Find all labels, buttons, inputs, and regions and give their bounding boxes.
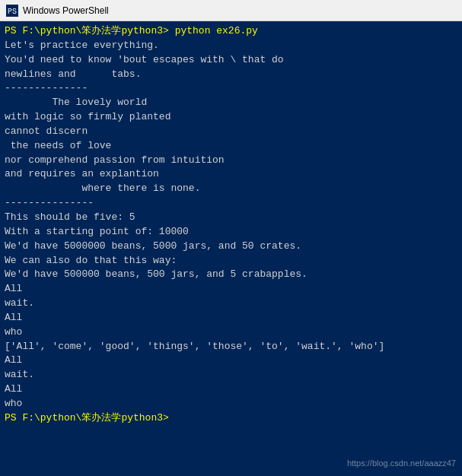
terminal-line: wait.	[5, 368, 457, 382]
terminal-line: ---------------	[5, 196, 457, 211]
terminal-line: All	[5, 282, 457, 297]
terminal-line: who	[5, 325, 457, 340]
terminal-line: nor comprehend passion from intuition	[5, 154, 457, 168]
terminal-line: The lovely world	[5, 96, 457, 110]
terminal[interactable]: PS F:\python\笨办法学python3> python ex26.py…	[0, 21, 462, 476]
terminal-line: --------------	[5, 81, 457, 96]
watermark: https://blog.csdn.net/aaazz47	[347, 458, 456, 470]
terminal-line: the needs of love	[5, 139, 457, 154]
terminal-line: Let's practice everything.	[5, 39, 457, 53]
terminal-line: We'd have 500000 beans, 500 jars, and 5 …	[5, 268, 457, 282]
terminal-line: cannot discern	[5, 125, 457, 139]
terminal-line: This should be five: 5	[5, 211, 457, 225]
terminal-line: All	[5, 354, 457, 368]
terminal-line: who	[5, 397, 457, 411]
terminal-line: PS F:\python\笨办法学python3>	[5, 411, 457, 426]
terminal-line: With a starting point of: 10000	[5, 225, 457, 240]
terminal-line: and requires an explantion	[5, 167, 457, 182]
terminal-line: All	[5, 382, 457, 397]
title-bar: PS Windows PowerShell	[0, 0, 462, 21]
terminal-line: You'd need to know 'bout escapes with \ …	[5, 53, 457, 68]
powershell-icon: PS	[6, 5, 18, 17]
terminal-line: We'd have 5000000 beans, 5000 jars, and …	[5, 240, 457, 254]
svg-text:PS: PS	[8, 8, 17, 16]
terminal-line: We can also do that this way:	[5, 254, 457, 268]
terminal-line: ['All', 'come', 'good', 'things', 'those…	[5, 340, 457, 354]
terminal-line: All	[5, 311, 457, 325]
title-bar-text: Windows PowerShell	[23, 5, 456, 16]
terminal-line: PS F:\python\笨办法学python3> python ex26.py	[5, 24, 457, 39]
terminal-line: with logic so firmly planted	[5, 110, 457, 125]
terminal-line: newlines and tabs.	[5, 68, 457, 82]
terminal-line: wait.	[5, 297, 457, 311]
terminal-line: where there is none.	[5, 182, 457, 196]
